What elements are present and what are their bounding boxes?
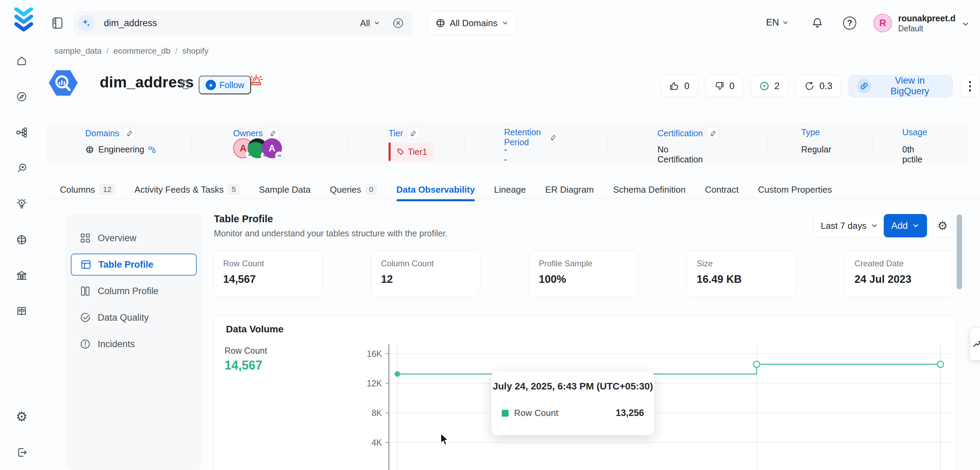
add-button[interactable]: Add xyxy=(884,214,927,237)
bigquery-service-icon xyxy=(48,70,78,96)
app-screen: ⚙ dim_address All xyxy=(0,0,980,470)
user-menu[interactable]: rounakpreet.d Default xyxy=(898,13,956,34)
tab-queries[interactable]: Queries0 xyxy=(330,184,377,195)
govern-bank-icon[interactable] xyxy=(16,269,28,282)
edit-owners-icon[interactable] xyxy=(267,127,279,139)
explore-compass-icon[interactable] xyxy=(16,91,28,103)
search-scope-dropdown[interactable]: All xyxy=(360,18,380,29)
help-icon[interactable]: ? xyxy=(843,16,856,30)
downvote-button[interactable]: 0 xyxy=(706,75,743,97)
circle-dot-icon xyxy=(759,81,770,91)
tab-data-observability[interactable]: Data Observability xyxy=(396,185,475,195)
globe-icon xyxy=(435,18,445,28)
summary-card-size: Size 16.49 KB xyxy=(687,250,796,297)
vertical-scrollbar[interactable] xyxy=(957,214,962,289)
edit-tier-icon[interactable] xyxy=(407,127,420,139)
chevron-down-icon xyxy=(912,222,920,229)
summary-card-row-count: Row Count 14,567 xyxy=(213,250,323,297)
breadcrumb-service[interactable]: sample_data xyxy=(54,46,102,56)
logout-icon[interactable] xyxy=(16,446,28,459)
global-search[interactable]: dim_address All xyxy=(73,11,413,35)
tab-activity-feeds[interactable]: Activity Feeds & Tasks5 xyxy=(134,184,240,195)
language-selector[interactable]: EN xyxy=(766,17,789,28)
chart-tooltip: July 24, 2025, 6:43 PM (UTC+05:30) Row C… xyxy=(492,371,654,435)
observability-search-icon[interactable] xyxy=(16,162,28,174)
thumbs-down-icon xyxy=(714,81,724,91)
mini-chart-icon xyxy=(973,339,980,349)
domains-globe-icon[interactable] xyxy=(16,234,28,246)
breadcrumb: sample_data / ecommerce_db / shopify xyxy=(54,46,208,56)
tab-er-diagram[interactable]: ER Diagram xyxy=(545,185,594,195)
settings-gear-icon[interactable]: ⚙ xyxy=(16,411,28,423)
data-volume-card: Data Volume Row Count 14,567 16K12K8K4K … xyxy=(213,316,956,470)
score-button[interactable]: 0.3 xyxy=(796,75,841,97)
tabs-divider xyxy=(47,198,980,199)
subnav-incidents[interactable]: Incidents xyxy=(71,333,197,355)
app-logo[interactable] xyxy=(14,8,34,33)
chevron-down-icon xyxy=(782,19,789,26)
copy-name-icon[interactable] xyxy=(179,78,192,91)
subnav-column-profile[interactable]: Column Profile xyxy=(71,280,197,302)
row-count-label: Row Count xyxy=(224,346,267,356)
tab-custom-properties[interactable]: Custom Properties xyxy=(758,185,832,195)
subnav-overview[interactable]: Overview xyxy=(71,227,197,249)
column-profile-icon xyxy=(80,285,91,296)
sidebar-toggle-icon[interactable] xyxy=(52,16,63,30)
all-domains-button[interactable]: All Domains xyxy=(427,11,517,35)
edit-retention-icon[interactable] xyxy=(549,131,557,143)
view-in-bigquery-button[interactable]: View in BigQuery xyxy=(849,75,953,97)
tab-columns[interactable]: Columns12 xyxy=(60,184,115,195)
owner-avatars[interactable]: A A xyxy=(233,138,282,158)
incident-alert-icon xyxy=(80,339,91,350)
time-range-dropdown[interactable]: Last 7 days xyxy=(813,214,886,237)
svg-text:4K: 4K xyxy=(371,438,382,447)
glossary-book-icon[interactable] xyxy=(16,305,28,317)
mouse-cursor xyxy=(439,433,451,447)
profiler-settings-button[interactable]: ⚙ xyxy=(932,214,953,237)
notifications-bell-icon[interactable] xyxy=(811,16,824,30)
alert-siren-icon[interactable] xyxy=(248,72,264,88)
ai-sparkle-icon xyxy=(78,14,95,32)
domain-globe-icon xyxy=(85,145,94,154)
edit-domains-icon[interactable] xyxy=(123,127,136,139)
overview-grid-icon xyxy=(80,233,91,244)
chevron-down-icon xyxy=(502,20,509,27)
tag-icon xyxy=(397,148,404,156)
clear-search-icon[interactable] xyxy=(392,17,404,29)
thumbs-up-icon xyxy=(669,81,679,91)
insights-bulb-icon[interactable] xyxy=(16,198,28,210)
link-icon xyxy=(857,79,871,93)
lineage-graph-icon[interactable] xyxy=(16,126,28,139)
summary-card-profile-sample: Profile Sample 100% xyxy=(529,250,638,297)
subnav-data-quality[interactable]: Data Quality xyxy=(71,307,197,328)
subdomain-link-icon xyxy=(148,146,156,153)
user-avatar[interactable]: R xyxy=(873,14,892,32)
home-icon[interactable] xyxy=(16,55,28,67)
domain-value[interactable]: Engineering xyxy=(99,145,144,155)
more-actions-button[interactable]: ⋮ xyxy=(960,75,980,97)
open-tasks-button[interactable]: 2 xyxy=(751,75,788,97)
chevron-down-icon[interactable] xyxy=(961,20,970,28)
search-input[interactable]: dim_address xyxy=(104,18,360,29)
edit-certification-icon[interactable] xyxy=(707,127,719,139)
upvote-button[interactable]: 0 xyxy=(660,75,698,97)
tier-chip[interactable]: Tier1 xyxy=(388,142,433,161)
left-rail: ⚙ xyxy=(0,0,43,470)
subnav-table-profile[interactable]: Table Profile xyxy=(71,253,197,276)
breadcrumb-database[interactable]: ecommerce_db xyxy=(113,46,170,56)
tab-contract[interactable]: Contract xyxy=(705,185,738,195)
tab-sample-data[interactable]: Sample Data xyxy=(259,185,310,195)
tab-lineage[interactable]: Lineage xyxy=(494,185,526,195)
tooltip-value: 13,256 xyxy=(616,408,644,418)
refresh-icon xyxy=(804,81,815,91)
tab-schema-definition[interactable]: Schema Definition xyxy=(613,185,686,195)
user-name: rounakpreet.d xyxy=(898,13,956,23)
user-team: Default xyxy=(898,23,956,34)
owner-avatar[interactable]: A xyxy=(262,138,282,158)
breadcrumb-schema[interactable]: shopify xyxy=(182,46,208,56)
entity-actions: 0 0 2 0.3 View in BigQuery ⋮ xyxy=(660,75,980,97)
legend-swatch xyxy=(502,410,509,417)
follow-button[interactable]: ★ Follow xyxy=(199,76,251,94)
collapsed-side-widget[interactable] xyxy=(970,328,980,360)
row-count-value: 14,567 xyxy=(224,358,262,373)
